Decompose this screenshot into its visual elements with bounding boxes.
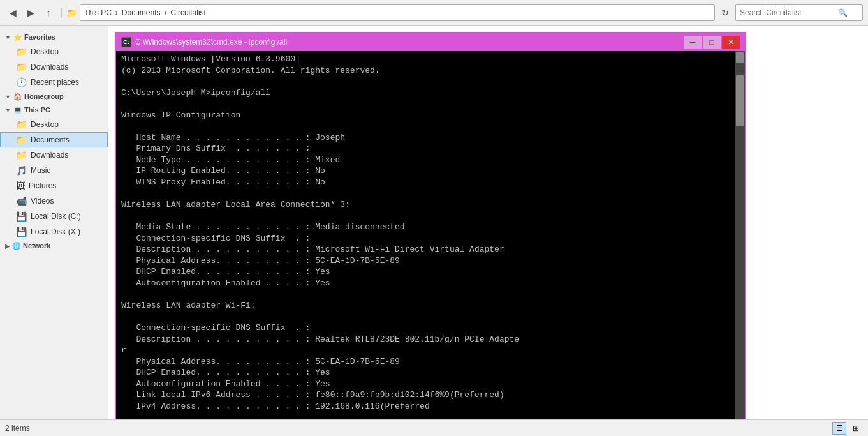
local-disk-c-icon: 💾	[16, 211, 27, 222]
search-icon: 🔍	[838, 8, 848, 17]
forward-button[interactable]: ▶	[23, 5, 38, 20]
sidebar-item-downloads-fav[interactable]: 📁 Downloads	[0, 59, 108, 75]
local-disk-x-icon: 💾	[16, 227, 27, 237]
cmd-body: Microsoft Windows [Version 6.3.9600] (c)…	[116, 51, 745, 419]
sidebar-item-downloads-label: Downloads	[31, 151, 68, 160]
back-button[interactable]: ◀	[5, 5, 20, 20]
sidebar-item-recent-places[interactable]: 🕐 Recent places	[0, 75, 108, 90]
sidebar-network-header[interactable]: ▶ 🌐 Network	[0, 239, 108, 253]
close-button[interactable]: ✕	[722, 36, 740, 49]
content-area: C: C:\Windows\system32\cmd.exe - ipconfi…	[108, 26, 868, 419]
sidebar-item-recent-places-label: Recent places	[31, 78, 79, 87]
sidebar-item-pictures[interactable]: 🖼 Pictures	[0, 178, 108, 193]
downloads-fav-icon: 📁	[16, 62, 27, 72]
cmd-titlebar: C: C:\Windows\system32\cmd.exe - ipconfi…	[116, 33, 745, 51]
address-documents[interactable]: Documents	[122, 8, 161, 17]
sidebar-item-music[interactable]: 🎵 Music	[0, 163, 108, 178]
maximize-button[interactable]: □	[703, 36, 721, 49]
view-large-icons-button[interactable]: ⊞	[849, 422, 863, 435]
sidebar-item-local-disk-x-label: Local Disk (X:)	[31, 227, 80, 236]
scrollbar-up-arrow[interactable]	[736, 52, 744, 63]
scrollbar-thumb[interactable]	[736, 75, 744, 126]
cmd-content[interactable]: Microsoft Windows [Version 6.3.9600] (c)…	[116, 51, 735, 419]
cmd-app-icon: C:	[121, 37, 131, 47]
status-right: ☰ ⊞	[832, 422, 863, 435]
desktop-fav-icon: 📁	[16, 47, 27, 57]
sidebar: ▼ ⭐ Favorites 📁 Desktop 📁 Downloads 🕐 Re…	[0, 26, 108, 419]
minimize-button[interactable]: ─	[684, 36, 702, 49]
downloads-icon: 📁	[16, 150, 27, 160]
music-icon: 🎵	[16, 165, 27, 176]
sidebar-homegroup-header[interactable]: ▼ 🏠 Homegroup	[0, 90, 108, 103]
recent-places-icon: 🕐	[16, 77, 27, 87]
sidebar-favorites-header[interactable]: ▼ ⭐ Favorites	[0, 31, 108, 44]
sidebar-item-local-disk-c-label: Local Disk (C:)	[31, 212, 81, 221]
address-sep-2: ›	[165, 8, 167, 17]
cmd-title: C:\Windows\system32\cmd.exe - ipconfig /…	[135, 38, 287, 47]
this-pc-label: 💻 This PC	[13, 106, 50, 114]
items-count: 2 items	[5, 424, 30, 433]
sidebar-item-downloads[interactable]: 📁 Downloads	[0, 147, 108, 163]
sidebar-item-videos[interactable]: 📹 Videos	[0, 193, 108, 209]
sidebar-item-music-label: Music	[31, 166, 50, 175]
search-box[interactable]: 🔍	[735, 4, 863, 21]
sidebar-item-pictures-label: Pictures	[29, 181, 56, 190]
sidebar-item-desktop[interactable]: 📁 Desktop	[0, 117, 108, 132]
this-pc-arrow: ▼	[5, 107, 11, 114]
network-arrow: ▶	[5, 243, 10, 250]
pictures-icon: 🖼	[16, 181, 25, 191]
cmd-title-left: C: C:\Windows\system32\cmd.exe - ipconfi…	[121, 37, 287, 47]
address-folder-icon: 📁	[66, 8, 77, 18]
main-layout: ▼ ⭐ Favorites 📁 Desktop 📁 Downloads 🕐 Re…	[0, 26, 868, 419]
cmd-controls: ─ □ ✕	[684, 36, 740, 49]
address-this-pc[interactable]: This PC	[84, 8, 112, 17]
sidebar-item-desktop-label: Desktop	[31, 120, 59, 129]
sidebar-item-documents[interactable]: 📁 Documents	[0, 132, 108, 147]
address-bar[interactable]: This PC › Documents › Circuitalist	[80, 4, 715, 21]
sidebar-item-videos-label: Videos	[31, 197, 54, 206]
status-bar: 2 items ☰ ⊞	[0, 419, 868, 436]
cmd-scrollbar[interactable]	[735, 51, 745, 419]
address-circuitalist[interactable]: Circuitalist	[171, 8, 206, 17]
documents-icon: 📁	[16, 135, 27, 145]
search-input[interactable]	[740, 8, 835, 17]
sidebar-item-local-disk-x[interactable]: 💾 Local Disk (X:)	[0, 224, 108, 239]
sidebar-item-desktop-fav[interactable]: 📁 Desktop	[0, 44, 108, 59]
desktop-icon: 📁	[16, 119, 27, 130]
sidebar-this-pc-header[interactable]: ▼ 💻 This PC	[0, 103, 108, 117]
top-bar: ◀ ▶ ↑ | 📁 This PC › Documents › Circuita…	[0, 0, 868, 26]
homegroup-arrow: ▼	[5, 94, 11, 100]
cmd-window: C: C:\Windows\system32\cmd.exe - ipconfi…	[115, 32, 746, 419]
favorites-arrow: ▼	[5, 34, 11, 41]
sidebar-item-documents-label: Documents	[31, 135, 70, 144]
view-details-button[interactable]: ☰	[832, 422, 846, 435]
network-label: 🌐 Network	[12, 242, 50, 250]
favorites-label: ⭐ Favorites	[13, 33, 55, 41]
sidebar-item-desktop-fav-label: Desktop	[31, 47, 59, 56]
sidebar-item-local-disk-c[interactable]: 💾 Local Disk (C:)	[0, 209, 108, 224]
address-sep-1: ›	[115, 8, 118, 17]
homegroup-label: 🏠 Homegroup	[13, 93, 64, 101]
up-button[interactable]: ↑	[41, 5, 56, 20]
sidebar-item-downloads-fav-label: Downloads	[31, 63, 68, 71]
refresh-button[interactable]: ↻	[717, 5, 733, 20]
videos-icon: 📹	[16, 196, 27, 206]
nav-separator: |	[60, 7, 63, 19]
